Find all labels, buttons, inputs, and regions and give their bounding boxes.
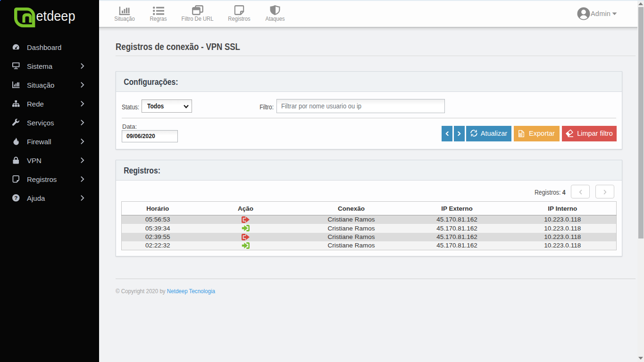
svg-text:etdeep: etdeep (36, 8, 75, 24)
svg-text:?: ? (14, 195, 17, 201)
